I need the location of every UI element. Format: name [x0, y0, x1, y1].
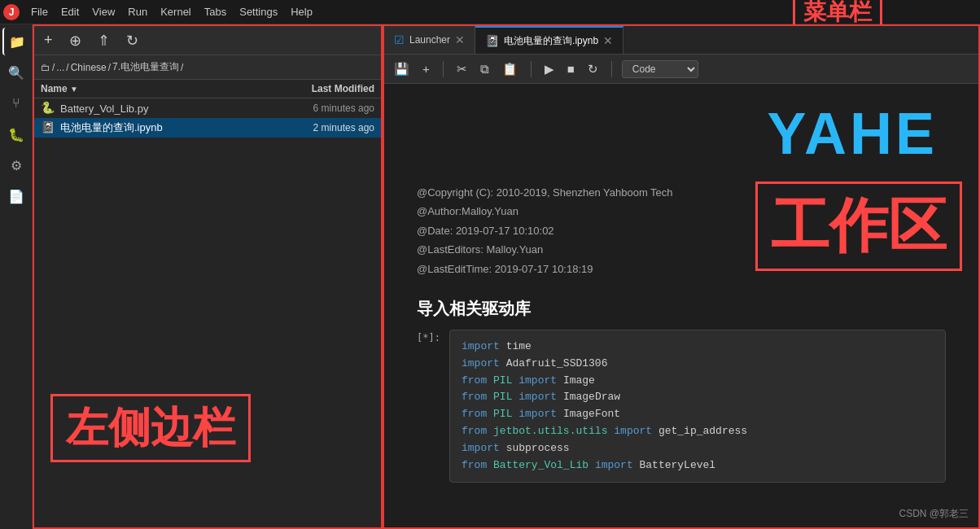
tab-notebook-label: 电池电量的查询.ipynb [504, 34, 598, 48]
refresh-button[interactable]: ↻ [123, 30, 142, 51]
notebook-toolbar: 💾 + ✂ ⧉ 📋 ▶ ■ ↻ Code Markdown Raw [384, 55, 978, 84]
content-area: ☑ Launcher ✕ 📓 电池电量的查询.ipynb ✕ 💾 + ✂ ⧉ 📋… [383, 24, 980, 529]
stop-btn[interactable]: ■ [564, 60, 578, 77]
breadcrumb-folder-icon: 🗀 [41, 62, 50, 73]
activity-search[interactable]: 🔍 [2, 59, 30, 86]
save-btn[interactable]: 💾 [391, 60, 413, 78]
file-time-notebook: 2 minutes ago [277, 122, 374, 133]
add-cell-btn[interactable]: + [419, 60, 433, 77]
tab-launcher-close[interactable]: ✕ [455, 33, 465, 46]
col-name-header[interactable]: Name ▼ [41, 83, 269, 94]
breadcrumb-sep4: / [181, 62, 183, 73]
notebook-content[interactable]: YAHE @Copyright (C): 2010-2019, Shenzhen… [384, 84, 978, 527]
launcher-tab-icon: ☑ [394, 33, 405, 46]
code-line-1: import time [462, 339, 934, 356]
toolbar-divider-1 [443, 61, 444, 77]
code-line-3: from PIL import Image [462, 373, 934, 390]
cut-btn[interactable]: ✂ [453, 60, 470, 78]
upload-button[interactable]: ⇑ [94, 30, 113, 51]
breadcrumb-ellipsis[interactable]: ... [56, 62, 64, 73]
code-cell-imports: [*]: import time import Adafruit_SSD1306… [417, 330, 946, 483]
file-time-battery-lib: 6 minutes ago [277, 103, 374, 114]
yaha-logo: YAHE [768, 100, 938, 167]
breadcrumb: 🗀 / ... / Chinese / 7.电池电量查询 / [34, 55, 381, 80]
menu-run[interactable]: Run [121, 4, 154, 20]
code-line-4: from PIL import ImageDraw [462, 389, 934, 406]
copyright-line-1: @Copyright (C): 2010-2019, Shenzhen Yahb… [417, 183, 946, 202]
activity-bar: 📁 🔍 ⑂ 🐛 ⚙ 📄 [0, 24, 33, 529]
panel-annotation-label: 左侧边栏 [50, 394, 251, 462]
paste-btn[interactable]: 📋 [499, 60, 521, 78]
file-panel: + ⊕ ⇑ ↻ 🗀 / ... / Chinese / 7.电池电量查询 / N… [33, 24, 383, 529]
menubar: J File Edit View Run Kernel Tabs Setting… [0, 0, 980, 24]
breadcrumb-sep1: / [52, 62, 55, 73]
restart-btn[interactable]: ↻ [584, 60, 602, 78]
new-file-button[interactable]: + [41, 30, 56, 50]
breadcrumb-sep2: / [66, 62, 68, 73]
copy-btn[interactable]: ⧉ [477, 60, 492, 78]
new-folder-button[interactable]: ⊕ [66, 30, 85, 51]
file-list-header: Name ▼ Last Modified [34, 80, 381, 98]
breadcrumb-chinese[interactable]: Chinese [71, 62, 107, 73]
activity-pages[interactable]: 📄 [2, 182, 30, 210]
file-name-battery-lib: Battery_Vol_Lib.py [60, 103, 277, 115]
code-line-5: from PIL import ImageFont [462, 406, 934, 423]
notebook-tab-icon: 📓 [485, 34, 499, 47]
menu-kernel[interactable]: Kernel [154, 4, 198, 20]
python-file-icon: 🐍 [41, 101, 55, 116]
col-modified-header[interactable]: Last Modified [269, 83, 374, 94]
code-line-7: import subprocess [462, 440, 934, 457]
menu-help[interactable]: Help [284, 4, 319, 20]
notebook-file-icon: 📓 [41, 120, 55, 135]
copyright-line-5: @LastEditTime: 2019-07-17 10:18:19 [417, 260, 946, 278]
menu-file[interactable]: File [24, 4, 55, 20]
code-line-6: from jetbot.utils.utils import get_ip_ad… [462, 423, 934, 440]
main-layout: 📁 🔍 ⑂ 🐛 ⚙ 📄 + ⊕ ⇑ ↻ 🗀 / ... / Chinese / … [0, 24, 980, 529]
cell-indicator: [*]: [417, 330, 441, 343]
file-name-notebook: 电池电量的查询.ipynb [60, 120, 277, 135]
copyright-line-2: @Author:Malloy.Yuan [417, 202, 946, 221]
menu-edit[interactable]: Edit [55, 4, 85, 20]
tab-bar: ☑ Launcher ✕ 📓 电池电量的查询.ipynb ✕ [384, 26, 978, 55]
breadcrumb-sep3: / [108, 62, 111, 73]
activity-debug[interactable]: 🐛 [2, 120, 30, 148]
code-line-2: import Adafruit_SSD1306 [462, 356, 934, 373]
activity-extensions[interactable]: ⚙ [2, 151, 30, 179]
tab-notebook[interactable]: 📓 电池电量的查询.ipynb ✕ [475, 26, 623, 54]
tab-launcher[interactable]: ☑ Launcher ✕ [384, 26, 475, 54]
tab-launcher-label: Launcher [409, 34, 450, 46]
app-logo: J [3, 4, 20, 20]
yaha-logo-area: YAHE [417, 100, 946, 167]
file-item-notebook[interactable]: 📓 电池电量的查询.ipynb 2 minutes ago [34, 118, 381, 138]
activity-git[interactable]: ⑂ [2, 90, 30, 117]
kernel-select[interactable]: Code Markdown Raw [622, 60, 698, 78]
copyright-line-3: @Date: 2019-07-17 10:10:02 [417, 221, 946, 240]
menu-settings[interactable]: Settings [233, 4, 284, 20]
copyright-line-4: @LastEditors: Malloy.Yuan [417, 240, 946, 259]
file-item-battery-lib[interactable]: 🐍 Battery_Vol_Lib.py 6 minutes ago [34, 98, 381, 118]
code-line-8: from Battery_Vol_Lib import BatteryLevel [462, 457, 934, 474]
file-toolbar: + ⊕ ⇑ ↻ [34, 26, 381, 55]
breadcrumb-folder-name[interactable]: 7.电池电量查询 [112, 60, 179, 74]
menu-tabs[interactable]: Tabs [198, 4, 233, 20]
csdn-watermark: CSDN @郭老三 [899, 507, 969, 521]
menu-view[interactable]: View [85, 4, 121, 20]
copyright-block: @Copyright (C): 2010-2019, Shenzhen Yahb… [417, 183, 946, 278]
run-btn[interactable]: ▶ [541, 60, 558, 78]
toolbar-divider-3 [611, 61, 612, 77]
toolbar-divider-2 [531, 61, 532, 77]
activity-files[interactable]: 📁 [2, 28, 30, 55]
section-header: 导入相关驱动库 [417, 298, 946, 320]
code-block-imports[interactable]: import time import Adafruit_SSD1306 from… [449, 330, 946, 483]
tab-notebook-close[interactable]: ✕ [603, 34, 613, 47]
